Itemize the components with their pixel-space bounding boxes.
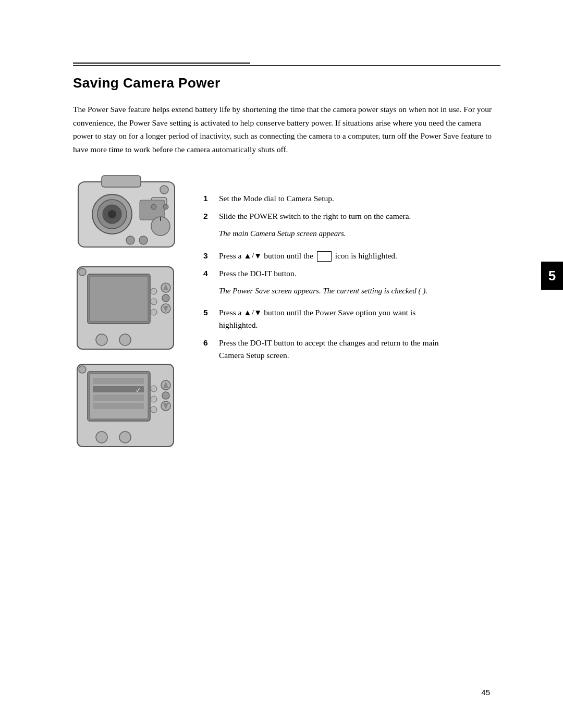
step-2-italic: The main Camera Setup screen appears. [219, 228, 448, 240]
svg-text:✓: ✓ [136, 387, 141, 394]
steps-3-4: 3 Press a ▲/▼ button until the icon is h… [203, 250, 500, 297]
step-6: 6 Press the DO-IT button to accept the c… [203, 337, 500, 362]
step-6-text: Press the DO-IT button to accept the cha… [219, 337, 448, 362]
camera-back-image-2: ✓ [73, 360, 188, 451]
step-4: 4 Press the DO-IT button. [203, 267, 500, 280]
svg-rect-1 [102, 176, 141, 187]
svg-rect-36 [93, 403, 144, 409]
svg-rect-35 [93, 394, 144, 401]
svg-point-27 [151, 288, 157, 294]
svg-point-47 [151, 396, 157, 402]
step-1-text: Set the Mode dial to Camera Setup. [219, 192, 334, 205]
camera-top-svg [73, 171, 182, 252]
section-title: Saving Camera Power [73, 75, 500, 91]
svg-point-24 [162, 294, 169, 302]
step-2: 2 Slide the POWER switch to the right to… [203, 210, 500, 223]
step-4-number: 4 [203, 267, 216, 279]
camera-top-image [73, 171, 188, 252]
svg-point-48 [151, 406, 157, 413]
svg-point-28 [151, 299, 157, 305]
svg-point-29 [151, 309, 157, 315]
step-2-number: 2 [203, 210, 216, 222]
svg-point-7 [160, 186, 168, 194]
camera-back-1-svg [73, 263, 182, 354]
decorative-lines [73, 63, 500, 66]
svg-point-14 [139, 236, 148, 244]
steps-1-2: 1 Set the Mode dial to Camera Setup. 2 S… [203, 192, 500, 240]
side-tab: 5 [541, 262, 563, 290]
svg-rect-18 [90, 276, 148, 322]
step-3-number: 3 [203, 250, 216, 262]
svg-point-13 [126, 236, 134, 244]
svg-point-26 [119, 334, 131, 346]
step-3: 3 Press a ▲/▼ button until the icon is h… [203, 250, 500, 262]
svg-point-12 [163, 204, 168, 209]
svg-point-19 [79, 268, 86, 276]
svg-point-11 [151, 204, 156, 209]
step-2-text: Slide the POWER switch to the right to t… [219, 210, 411, 223]
svg-point-46 [151, 386, 157, 392]
svg-point-44 [96, 431, 107, 443]
camera-back-image-1 [73, 263, 188, 354]
step-6-number: 6 [203, 337, 216, 349]
step-4-italic: The Power Save screen appears. The curre… [219, 285, 448, 297]
step-5-text: Press a ▲/▼ button until the Power Save … [219, 306, 448, 331]
svg-point-5 [108, 210, 116, 218]
svg-point-45 [119, 431, 131, 443]
step-1-number: 1 [203, 192, 216, 204]
step-1: 1 Set the Mode dial to Camera Setup. [203, 192, 500, 205]
svg-rect-33 [93, 378, 144, 384]
steps-column: 1 Set the Mode dial to Camera Setup. 2 S… [203, 171, 500, 451]
step-3-text: Press a ▲/▼ button until the icon is hig… [219, 250, 397, 262]
steps-5-6: 5 Press a ▲/▼ button until the Power Sav… [203, 306, 500, 362]
step-5-number: 5 [203, 306, 216, 318]
page-number: 45 [481, 688, 490, 697]
content-area: ✓ [73, 171, 500, 451]
camera-back-2-svg: ✓ [73, 360, 182, 451]
svg-point-25 [96, 334, 107, 346]
step-5: 5 Press a ▲/▼ button until the Power Sav… [203, 306, 500, 331]
images-column: ✓ [73, 171, 188, 451]
svg-point-43 [162, 392, 169, 399]
svg-point-38 [79, 366, 86, 373]
icon-placeholder-1 [317, 251, 332, 262]
intro-paragraph: The Power Save feature helps extend batt… [73, 103, 500, 156]
step-4-text: Press the DO-IT button. [219, 267, 297, 280]
